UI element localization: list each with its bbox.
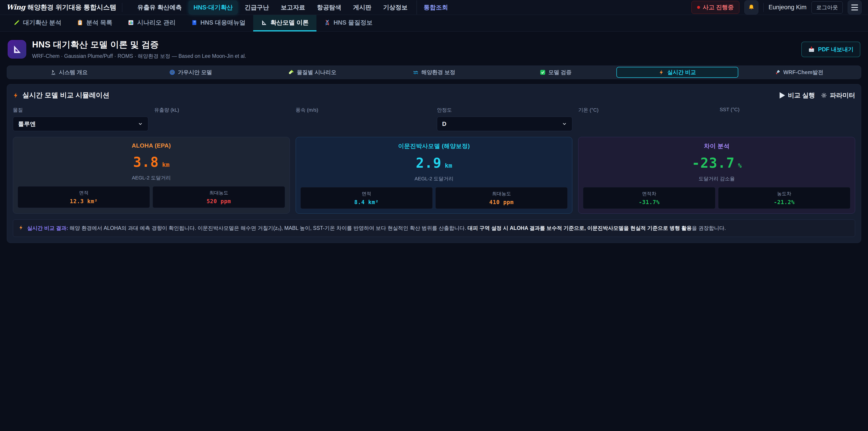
nav-item-weather[interactable]: 기상정보 bbox=[378, 0, 412, 14]
tab-model-validation[interactable]: 모델 검증 bbox=[495, 67, 616, 78]
pen-icon bbox=[13, 20, 20, 26]
metric-label: 면적차 bbox=[585, 190, 713, 197]
nav-item-integrated-search[interactable]: 통합조회 bbox=[416, 0, 453, 14]
card-caption: AEGL-2 도달거리 bbox=[301, 175, 568, 182]
metric-label: 농도차 bbox=[721, 190, 848, 197]
note-suffix: 을 권장합니다. bbox=[692, 225, 726, 231]
metric-value: 8.4 km² bbox=[303, 199, 430, 206]
field-label: 유출량 (kL) bbox=[154, 107, 289, 114]
hamburger-icon bbox=[851, 4, 858, 10]
field-wind-speed: 풍속 (m/s) bbox=[296, 107, 431, 131]
topnav-right-controls: 사고 진행중 Eunjeong Kim 로그아웃 bbox=[691, 0, 862, 14]
metric-max-concentration: 최대농도 410 ppm bbox=[435, 187, 567, 209]
page-subtitle: WRF-Chem · Gaussian Plume/Puff · ROMS · … bbox=[32, 53, 246, 60]
nav-item-emergency-rescue[interactable]: 긴급구난 bbox=[240, 0, 274, 14]
subnav-item-scenario-management[interactable]: 시나리오 관리 bbox=[120, 15, 183, 31]
nav-item-reports[interactable]: 보고자료 bbox=[276, 0, 310, 14]
field-label: SST (°C) bbox=[720, 107, 855, 113]
triangle-ruler-icon bbox=[261, 20, 267, 26]
page-header-icon bbox=[8, 40, 26, 59]
nav-item-aerial-search[interactable]: 항공탐색 bbox=[312, 0, 346, 14]
field-label: 안정도 bbox=[437, 107, 572, 114]
panel-title: 실시간 모델 비교 시뮬레이션 bbox=[13, 91, 110, 100]
subnav-item-dispersion-analysis[interactable]: 대기확산 분석 bbox=[6, 15, 69, 31]
lightning-icon bbox=[19, 225, 24, 230]
app-logo[interactable]: Wing 해양환경 위기대응 통합시스템 bbox=[6, 3, 122, 12]
metric-area: 면적 8.4 km² bbox=[301, 187, 433, 209]
substance-select[interactable]: 톨루엔 bbox=[13, 117, 148, 131]
parameters-label: 파라미터 bbox=[830, 91, 855, 100]
subnav-item-dispersion-model-theory[interactable]: 확산모델 이론 bbox=[253, 15, 316, 31]
subnav-label: HNS 대응매뉴얼 bbox=[200, 19, 246, 27]
field-spill-volume: 유출량 (kL) bbox=[154, 107, 289, 131]
metric-value: -31.7% bbox=[585, 199, 713, 206]
nav-item-hns-dispersion[interactable]: HNS·대기확산 bbox=[188, 0, 238, 14]
cyclone-icon bbox=[169, 69, 175, 75]
nav-item-board[interactable]: 게시판 bbox=[348, 0, 376, 14]
card-unit: km bbox=[162, 161, 169, 168]
tab-label: 해양환경 보정 bbox=[421, 69, 456, 76]
tab-substance-scenarios[interactable]: 물질별 시나리오 bbox=[252, 67, 373, 78]
card-value: -23.7 bbox=[692, 155, 735, 171]
card-title: 이문진박사모델 (해양보정) bbox=[301, 142, 568, 150]
metric-area-difference: 면적차 -31.7% bbox=[583, 187, 715, 209]
tab-label: 가우시안 모델 bbox=[178, 69, 212, 76]
run-comparison-label: 비교 실행 bbox=[788, 91, 815, 100]
incident-status-badge[interactable]: 사고 진행중 bbox=[691, 1, 739, 14]
tab-system-overview[interactable]: 시스템 개요 bbox=[8, 67, 130, 78]
pdf-export-button[interactable]: PDF 내보내기 bbox=[801, 41, 860, 57]
chevron-down-icon bbox=[562, 121, 567, 127]
parameters-button[interactable]: 파라미터 bbox=[821, 91, 855, 100]
field-label: 물질 bbox=[13, 107, 148, 114]
bell-icon bbox=[748, 4, 755, 11]
simulation-controls: 물질 톨루엔 유출량 (kL) 풍속 (m/s) 안정도 D 기온 (°C) S… bbox=[13, 107, 855, 131]
wave-icon bbox=[413, 69, 418, 75]
tab-marine-correction[interactable]: 해양환경 보정 bbox=[373, 67, 495, 78]
metric-value: 520 ppm bbox=[155, 198, 282, 205]
field-stability: 안정도 D bbox=[437, 107, 572, 131]
subnav-label: 대기확산 분석 bbox=[23, 19, 61, 27]
clipboard-icon bbox=[77, 20, 83, 26]
subnav-item-analysis-list[interactable]: 분석 목록 bbox=[69, 15, 120, 31]
page-title: HNS 대기확산 모델 이론 및 검증 bbox=[32, 39, 246, 51]
tab-label: 모델 검증 bbox=[548, 69, 572, 76]
comparison-note: 실시간 비교 결과: 해양 환경에서 ALOHA의 과대 예측 경향이 확인됩니… bbox=[13, 219, 855, 237]
field-label: 풍속 (m/s) bbox=[296, 107, 431, 114]
main-menu: 유출유 확산예측 HNS·대기확산 긴급구난 보고자료 항공탐색 게시판 기상정… bbox=[132, 0, 453, 14]
run-comparison-button[interactable]: 비교 실행 bbox=[780, 91, 815, 100]
dna-icon bbox=[324, 20, 331, 26]
metric-value: -21.2% bbox=[721, 199, 848, 206]
logout-button[interactable]: 로그아웃 bbox=[811, 1, 843, 13]
note-body: 해양 환경에서 ALOHA의 과대 예측 경향이 확인됩니다. 이문진박사모델은… bbox=[68, 225, 467, 231]
menu-button[interactable] bbox=[848, 0, 862, 14]
stability-select[interactable]: D bbox=[437, 117, 572, 131]
download-tray-icon bbox=[808, 46, 815, 53]
tab-wrf-chem[interactable]: WRF-Chem발전 bbox=[738, 67, 860, 78]
tab-realtime-comparison[interactable]: 실시간 비교 bbox=[616, 67, 738, 78]
play-icon bbox=[780, 92, 785, 98]
section-tabs: 시스템 개요 가우시안 모델 물질별 시나리오 해양환경 보정 모델 검증 실시… bbox=[7, 65, 861, 79]
tab-label: 물질별 시나리오 bbox=[297, 69, 336, 76]
lightning-icon bbox=[659, 69, 664, 75]
card-unit: km bbox=[445, 162, 452, 169]
divider bbox=[763, 3, 764, 12]
aloha-result-card: ALOHA (EPA) 3.8 km AEGL-2 도달거리 면적 12.3 k… bbox=[13, 137, 290, 214]
chevron-down-icon bbox=[138, 121, 143, 127]
metric-label: 최대농도 bbox=[155, 190, 282, 196]
subnav-item-hns-substance-info[interactable]: HNS 물질정보 bbox=[316, 15, 380, 31]
check-icon bbox=[540, 69, 546, 75]
note-text: 실시간 비교 결과: 해양 환경에서 ALOHA의 과대 예측 경향이 확인됩니… bbox=[27, 224, 726, 232]
card-caption: 도달거리 감소율 bbox=[583, 175, 850, 182]
metric-label: 면적 bbox=[303, 190, 430, 197]
subnav-item-hns-manual[interactable]: HNS 대응매뉴얼 bbox=[183, 15, 253, 31]
tab-gaussian-model[interactable]: 가우시안 모델 bbox=[130, 67, 251, 78]
microscope-icon bbox=[51, 69, 56, 75]
nav-item-oil-spill[interactable]: 유출유 확산예측 bbox=[132, 0, 187, 14]
note-prefix: 실시간 비교 결과: bbox=[27, 225, 68, 231]
notifications-button[interactable] bbox=[744, 0, 758, 14]
sub-navigation: 대기확산 분석 분석 목록 시나리오 관리 HNS 대응매뉴얼 확산모델 이론 … bbox=[0, 15, 868, 32]
incident-dot bbox=[697, 6, 700, 9]
logo-wordmark: Wing bbox=[6, 3, 25, 11]
realtime-comparison-panel: 실시간 모델 비교 시뮬레이션 비교 실행 파라미터 물질 톨루엔 유 bbox=[7, 84, 861, 243]
subnav-label: HNS 물질정보 bbox=[334, 19, 373, 27]
